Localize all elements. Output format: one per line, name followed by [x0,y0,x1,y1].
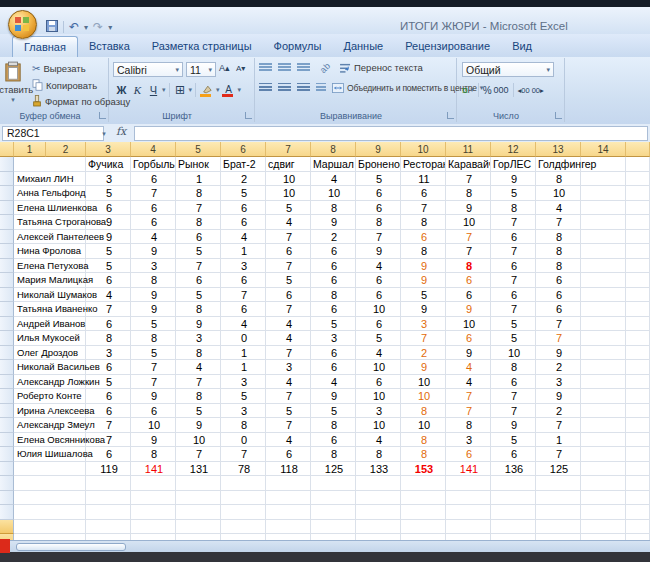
total-cell[interactable]: 153 [401,462,446,477]
score-cell[interactable]: 7 [446,389,491,404]
column-header[interactable]: 12 [491,142,536,157]
cell[interactable] [266,491,311,506]
score-cell[interactable]: 5 [266,201,311,216]
score-cell[interactable]: 6 [266,447,311,462]
score-cell[interactable]: 6 [536,302,581,317]
align-center-icon[interactable] [278,83,291,93]
score-cell[interactable]: 3 [266,360,311,375]
font-family-select[interactable]: Calibri ▾ [113,62,183,77]
score-cell[interactable]: 6 [86,404,131,419]
align-bottom-icon[interactable] [297,63,310,73]
shrink-font-button[interactable]: А▾ [236,64,245,73]
score-cell[interactable]: 7 [446,172,491,187]
row-header[interactable] [0,476,14,491]
cell[interactable] [626,418,650,433]
cell[interactable] [626,346,650,361]
score-cell[interactable]: 7 [221,447,266,462]
score-cell[interactable]: 10 [266,186,311,201]
column-header[interactable]: 8 [311,142,356,157]
score-cell[interactable]: 8 [131,447,176,462]
film-header-cell[interactable]: Броненос [356,157,401,172]
score-cell[interactable]: 9 [311,389,356,404]
row-name[interactable]: Алексей Пантелеев [14,230,86,245]
score-cell[interactable]: 6 [311,433,356,448]
total-cell[interactable]: 136 [491,462,536,477]
score-cell[interactable]: 6 [311,273,356,288]
score-cell[interactable]: 6 [131,215,176,230]
score-cell[interactable]: 8 [446,418,491,433]
score-cell[interactable]: 8 [311,447,356,462]
row-name[interactable]: Мария Малицкая [14,273,86,288]
score-cell[interactable]: 6 [491,375,536,390]
score-cell[interactable]: 4 [176,360,221,375]
score-cell[interactable]: 10 [131,418,176,433]
score-cell[interactable]: 3 [131,259,176,274]
score-cell[interactable]: 7 [536,447,581,462]
cell[interactable] [356,491,401,506]
score-cell[interactable]: 4 [266,317,311,332]
score-cell[interactable]: 7 [491,273,536,288]
score-cell[interactable]: 9 [446,302,491,317]
score-cell[interactable]: 8 [536,172,581,187]
cell[interactable] [581,404,626,419]
undo-dropdown-icon[interactable]: ▾ [84,23,88,32]
row-header[interactable] [0,230,14,245]
cell[interactable] [581,201,626,216]
score-cell[interactable]: 9 [176,418,221,433]
score-cell[interactable]: 8 [86,331,131,346]
score-cell[interactable]: 2 [536,360,581,375]
row-name[interactable]: Роберто Конте [14,389,86,404]
cell[interactable] [626,302,650,317]
row-header[interactable] [0,288,14,303]
score-cell[interactable]: 10 [356,360,401,375]
select-all-corner[interactable] [0,142,14,157]
score-cell[interactable]: 6 [491,259,536,274]
score-cell[interactable]: 8 [356,447,401,462]
cell[interactable] [581,302,626,317]
row-name[interactable]: Юлия Шишалова [14,447,86,462]
cell[interactable] [176,520,221,535]
score-cell[interactable]: 6 [356,186,401,201]
score-cell[interactable]: 7 [131,375,176,390]
font-color-button[interactable]: А [221,82,237,97]
tab-formuly[interactable]: Формулы [263,36,333,57]
score-cell[interactable]: 6 [536,288,581,303]
redo-button[interactable]: ↷ [93,20,103,34]
cell[interactable] [626,186,650,201]
cell[interactable] [626,259,650,274]
underline-dropdown-icon[interactable]: ▾ [162,86,166,94]
score-cell[interactable]: 7 [266,230,311,245]
grow-font-button[interactable]: А▴ [219,63,230,73]
score-cell[interactable]: 9 [131,244,176,259]
column-header[interactable]: 10 [401,142,446,157]
cell[interactable] [86,476,131,491]
cell[interactable] [626,331,650,346]
score-cell[interactable]: 1 [221,244,266,259]
row-name[interactable]: Татьяна Строганова [14,215,86,230]
cell[interactable] [581,215,626,230]
score-cell[interactable]: 6 [356,273,401,288]
score-cell[interactable]: 8 [491,360,536,375]
column-header[interactable]: 7 [266,142,311,157]
cell[interactable] [581,462,626,477]
score-cell[interactable]: 3 [311,331,356,346]
score-cell[interactable]: 6 [221,215,266,230]
cell[interactable] [86,505,131,520]
number-format-select[interactable]: Общий ▾ [462,62,554,77]
cell[interactable] [626,230,650,245]
score-cell[interactable]: 6 [131,404,176,419]
score-cell[interactable]: 9 [86,215,131,230]
score-cell[interactable]: 6 [131,172,176,187]
row-header[interactable] [0,462,14,477]
borders-dropdown-icon[interactable]: ▾ [189,86,193,94]
score-cell[interactable]: 9 [86,230,131,245]
cell[interactable] [581,360,626,375]
score-cell[interactable]: 9 [356,244,401,259]
align-left-icon[interactable] [259,83,272,93]
cell[interactable] [131,520,176,535]
align-top-icon[interactable] [259,63,272,73]
score-cell[interactable]: 4 [221,230,266,245]
paste-button[interactable]: Вставить ▾ [0,61,34,104]
tab-dannye[interactable]: Данные [332,36,394,57]
score-cell[interactable]: 3 [446,433,491,448]
